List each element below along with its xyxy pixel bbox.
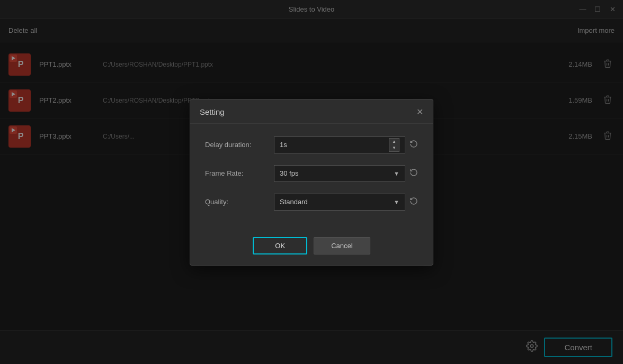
quality-select[interactable]: Standard ▼	[274, 194, 405, 211]
delay-duration-value: 1s	[280, 141, 287, 149]
frame-rate-value: 30 fps	[280, 169, 298, 177]
modal-header: Setting ✕	[190, 99, 433, 124]
quality-reset-button[interactable]	[410, 197, 418, 207]
frame-rate-select[interactable]: 30 fps ▼	[274, 165, 405, 182]
ok-button[interactable]: OK	[253, 237, 307, 254]
frame-rate-control: 30 fps ▼	[274, 165, 418, 182]
modal-footer: OK Cancel	[190, 233, 433, 265]
delay-duration-reset-button[interactable]	[410, 140, 418, 150]
modal-body: Delay duration: 1s ▲ ▼	[190, 124, 433, 233]
frame-rate-reset-button[interactable]	[410, 168, 418, 179]
frame-rate-label: Frame Rate:	[205, 169, 274, 177]
delay-duration-control: 1s ▲ ▼	[274, 136, 418, 153]
quality-value: Standard	[280, 198, 308, 206]
frame-rate-dropdown-arrow: ▼	[394, 170, 399, 177]
cancel-button[interactable]: Cancel	[314, 237, 370, 254]
frame-rate-row: Frame Rate: 30 fps ▼	[205, 165, 418, 182]
quality-row: Quality: Standard ▼	[205, 194, 418, 211]
quality-dropdown-arrow: ▼	[394, 199, 399, 205]
quality-label: Quality:	[205, 198, 274, 206]
modal-title: Setting	[200, 107, 225, 116]
settings-modal: Setting ✕ Delay duration: 1s ▲ ▼	[190, 99, 433, 266]
spinner-down-button[interactable]: ▼	[389, 145, 399, 151]
modal-close-button[interactable]: ✕	[416, 107, 423, 117]
delay-duration-input[interactable]: 1s ▲ ▼	[274, 136, 405, 153]
spinner-up-button[interactable]: ▲	[389, 139, 399, 145]
quality-control: Standard ▼	[274, 194, 418, 211]
delay-duration-label: Delay duration:	[205, 141, 274, 149]
modal-overlay: Setting ✕ Delay duration: 1s ▲ ▼	[0, 0, 623, 364]
spinner-controls: ▲ ▼	[389, 138, 399, 152]
delay-duration-row: Delay duration: 1s ▲ ▼	[205, 136, 418, 153]
